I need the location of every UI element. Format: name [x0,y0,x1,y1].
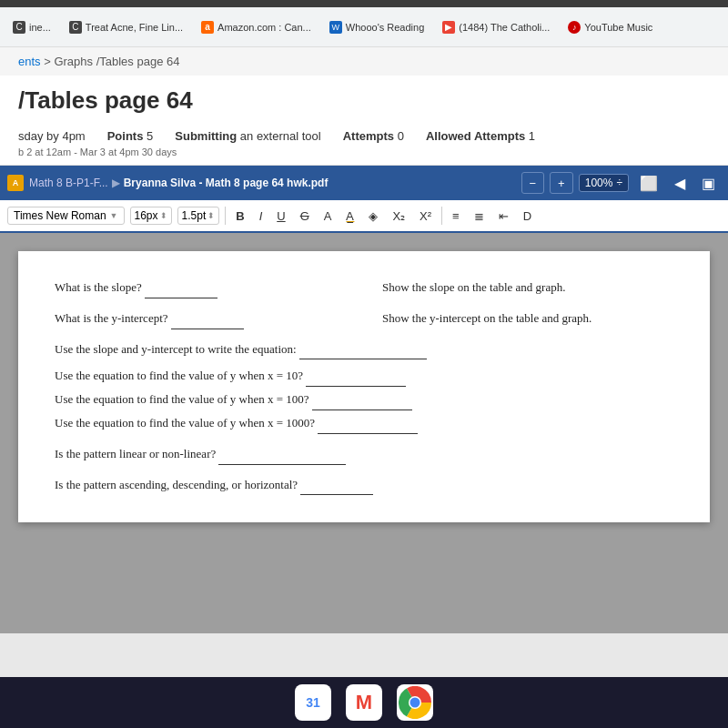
q6-blank [318,414,418,434]
attempts-key: Attempts [343,129,394,143]
bookmark-ine[interactable]: C ine... [5,17,58,37]
bookmark-amazon[interactable]: a Amazon.com : Can... [194,17,318,37]
indent-button[interactable]: ⇤ [494,207,513,225]
pdf-controls: − + 100% ÷ ⬜ ◀ ▣ [521,172,721,194]
taskbar: 31 M [0,677,728,728]
question-row-2: What is the y-intercept? Show the y-inte… [55,309,673,329]
page-title-section: /Tables page 64 [0,76,728,122]
bookmark-label-amazon: Amazon.com : Can... [217,22,311,33]
q3-blank [299,340,427,360]
font-selector[interactable]: Times New Roman ▼ [7,207,125,225]
chrome-app-icon[interactable] [397,684,433,721]
svg-point-2 [410,698,420,708]
pdf-share-button[interactable]: ◀ [669,173,691,194]
question-4-row: Use the equation to find the value of y … [55,367,673,387]
q3-label: Use the slope and y-intercept to write t… [55,342,297,356]
question-5-row: Use the equation to find the value of y … [55,390,673,410]
pdf-app-icon: A [7,175,24,191]
paint-button[interactable]: ◈ [364,207,382,225]
q7-blank [218,445,346,465]
highlight-button[interactable]: A̲ [341,207,359,225]
pdf-page: What is the slope? Show the slope on the… [18,251,710,522]
breadcrumb-current: Graphs /Tables page 64 [54,55,179,68]
breadcrumb-separator: > [44,55,51,68]
q1-label: What is the slope? [55,280,142,294]
font-name: Times New Roman [14,209,106,222]
question-2-right: Show the y-intercept on the table and gr… [382,309,673,329]
gmail-app-icon[interactable]: M [346,684,382,721]
pdf-breadcrumb-current: Bryanna Silva - Math 8 page 64 hwk.pdf [124,177,329,189]
bookmark-label-whooo: Whooo's Reading [346,22,425,33]
allowed-attempts-label: Allowed Attempts 1 [426,129,535,143]
pdf-zoom-display: 100% ÷ [579,174,629,192]
gmail-label: M [356,691,372,714]
page-title: /Tables page 64 [18,86,710,115]
q5-blank [312,390,412,410]
question-1-right: Show the slope on the table and graph. [382,278,673,298]
pdf-more-button[interactable]: ▣ [696,173,721,194]
bookmark-label-catholi: (1484) The Catholi... [459,22,550,33]
font-size-selector[interactable]: 16px ⬍ [130,207,172,225]
date-range: b 2 at 12am - Mar 3 at 4pm [18,147,139,157]
q8-label: Is the pattern ascending, descending, or… [55,478,298,491]
question-1-left: What is the slope? [55,278,346,298]
pdf-breadcrumb: Math 8 B-P1-F... ▶ Bryanna Silva - Math … [29,177,516,189]
bold-button[interactable]: B [231,207,248,225]
bookmark-treat[interactable]: C Treat Acne, Fine Lin... [62,17,190,37]
q4-blank [306,367,406,387]
bookmark-label-ine: ine... [29,22,51,33]
bookmark-label-treat: Treat Acne, Fine Lin... [86,22,183,33]
line-height-value: 1.5pt [182,209,207,222]
attempts-value: 0 [398,129,404,143]
bookmark-icon-whooo: W [329,21,342,34]
question-3-row: Use the slope and y-intercept to write t… [55,340,673,360]
format-divider-2 [441,207,442,225]
superscript-button[interactable]: X² [415,207,436,225]
bookmark-catholi[interactable]: ▶ (1484) The Catholi... [435,17,557,37]
days-count: 30 days [142,147,177,157]
italic-button[interactable]: I [255,207,268,225]
points-key: Points [107,129,144,143]
more-format-button[interactable]: D [519,207,536,225]
pdf-format-bar: Times New Roman ▼ 16px ⬍ 1.5pt ⬍ B I U G… [0,200,728,233]
browser-bar [0,0,728,7]
ordered-list-button[interactable]: ≣ [470,207,489,225]
pdf-zoom-in-button[interactable]: + [550,172,573,194]
bookmark-youtube[interactable]: ♪ YouTube Music [561,17,660,37]
breadcrumb-parent[interactable]: ents [18,55,41,68]
question-row-1: What is the slope? Show the slope on the… [55,278,673,298]
question-7-row: Is the pattern linear or non-linear? [55,445,673,465]
q4-label: Use the equation to find the value of y … [55,369,303,382]
calendar-date: 31 [306,695,320,710]
pdf-zoom-out-button[interactable]: − [521,172,545,194]
q6-label: Use the equation to find the value of y … [55,416,315,430]
question-6-row: Use the equation to find the value of y … [55,414,673,434]
subscript-button[interactable]: X₂ [388,207,410,225]
question-8-row: Is the pattern ascending, descending, or… [55,476,673,496]
q1-blank [145,278,217,298]
points-value: 5 [147,129,153,143]
underline-button[interactable]: U [272,207,289,225]
assignment-meta: sday by 4pm Points 5 Submitting an exter… [0,122,728,166]
strikethrough-button[interactable]: G [296,207,314,225]
line-height-selector[interactable]: 1.5pt ⬍ [177,207,220,225]
unordered-list-button[interactable]: ≡ [448,207,464,225]
bookmarks-bar: C ine... C Treat Acne, Fine Lin... a Ama… [0,7,728,47]
question-2-left: What is the y-intercept? [55,309,346,329]
calendar-app-icon[interactable]: 31 [295,684,331,721]
bookmark-icon-ine: C [13,21,25,34]
points-label: Points 5 [107,129,154,143]
bookmark-whooo[interactable]: W Whooo's Reading [322,17,432,37]
font-color-button[interactable]: A [319,207,337,225]
pdf-folder-button[interactable]: ⬜ [634,173,663,194]
q8-blank [300,476,373,496]
pdf-zoom-divider-icon: ÷ [616,177,622,189]
breadcrumb: ents > Graphs /Tables page 64 [0,47,728,76]
bookmark-icon-youtube: ♪ [568,21,581,34]
due-date: sday by 4pm [18,129,86,143]
font-size-chevron-icon: ⬍ [160,211,167,220]
pdf-app-icon-label: A [13,178,19,187]
q2-label: What is the y-intercept? [55,311,168,325]
submitting-label: Submitting an external tool [175,129,320,143]
bookmark-icon-amazon: a [201,21,214,34]
